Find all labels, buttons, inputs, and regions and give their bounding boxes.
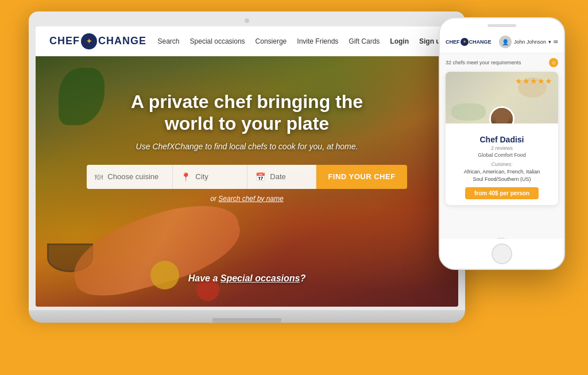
chef-card-header: ★★★★★ xyxy=(446,72,558,123)
laptop-base xyxy=(29,310,465,323)
special-occasions-text: Have a Special occasions? xyxy=(188,273,306,284)
logo-icon: ✦ xyxy=(81,33,97,49)
chef-head xyxy=(496,114,509,124)
chef-name: Chef Dadisi xyxy=(451,135,552,144)
chef-stars: ★★★★★ xyxy=(515,76,552,86)
cuisine-icon: 🍽 xyxy=(95,172,103,181)
laptop-screen: CHEF ✦ CHANGE Search Special occasions C… xyxy=(36,26,458,307)
hero-section: A private chef bringing the world to you… xyxy=(36,56,458,307)
chef-card[interactable]: ★★★★★ 👨‍🍳 Chef Dadisi 2 reviews Global C… xyxy=(446,72,558,205)
nav-login[interactable]: Login xyxy=(390,37,409,45)
nav-invite[interactable]: Invite Friends xyxy=(297,37,338,45)
chef-face xyxy=(491,108,513,123)
chef-reviews: 2 reviews xyxy=(451,145,552,151)
laptop: CHEF ✦ CHANGE Search Special occasions C… xyxy=(29,11,465,350)
chef-specialty: Global Comfort Food xyxy=(451,152,552,158)
filter-icon[interactable]: ⊙ xyxy=(549,58,558,67)
special-occasions-link[interactable]: Special occasions xyxy=(220,273,300,283)
phone-results-bar: 32 chefs meet your requirements ⊙ xyxy=(446,58,558,67)
phone-user-info: 👤 John Johnson ▾ ✉ xyxy=(499,36,558,48)
search-by-name-link[interactable]: or Search chef by name xyxy=(210,195,283,203)
chef-price-button[interactable]: from 40$ per person xyxy=(465,187,539,199)
nav-consierge[interactable]: Consierge xyxy=(256,37,287,45)
results-text: 32 chefs meet your requirements xyxy=(446,60,521,65)
logo: CHEF ✦ CHANGE xyxy=(49,33,146,49)
location-icon: 📍 xyxy=(181,172,191,181)
chef-avatar xyxy=(489,106,514,123)
phone-avatar: 👤 xyxy=(499,36,512,48)
navbar: CHEF ✦ CHANGE Search Special occasions C… xyxy=(36,26,458,56)
hero-subtitle: Use ChefXChange to find local chefs to c… xyxy=(131,142,363,151)
hero-text: A private chef bringing the world to you… xyxy=(131,91,363,165)
date-input[interactable]: 📅 Date xyxy=(247,165,316,189)
phone-logo-icon: ✦ xyxy=(461,38,469,46)
phone-speaker xyxy=(488,24,516,27)
scene: CHEF ✦ CHANGE Search Special occasions C… xyxy=(0,0,588,375)
phone-logo-text2: CHANGE xyxy=(469,39,492,45)
find-chef-button[interactable]: FIND YOUR CHEF xyxy=(316,165,407,189)
nav-special[interactable]: Special occasions xyxy=(190,37,245,45)
city-placeholder: City xyxy=(195,172,208,181)
phone-username: John Johnson xyxy=(514,39,546,45)
food-detail2 xyxy=(451,103,486,121)
logo-text2: CHANGE xyxy=(98,35,146,47)
herb-decoration xyxy=(59,68,105,125)
laptop-camera xyxy=(245,18,249,23)
cuisines-label: Cuisines: xyxy=(451,161,552,167)
cuisine-input[interactable]: 🍽 Choose cuisine xyxy=(87,165,173,189)
hero-title: A private chef bringing the world to you… xyxy=(131,91,363,135)
search-name-text: Search chef by name xyxy=(218,195,283,203)
tomato1-decoration xyxy=(150,261,179,289)
chef-card-body: 👨‍🍳 Chef Dadisi 2 reviews Global Comfort… xyxy=(446,123,558,205)
chef-cuisines: African, American, French, ItalianSoul F… xyxy=(451,168,552,183)
phone-home-button[interactable] xyxy=(492,243,512,264)
nav-search[interactable]: Search xyxy=(158,37,180,45)
date-placeholder: Date xyxy=(270,172,285,181)
laptop-outer: CHEF ✦ CHANGE Search Special occasions C… xyxy=(29,11,465,310)
salmon-decoration xyxy=(64,194,249,305)
chef-card-image: ★★★★★ xyxy=(446,72,558,123)
phone-navbar: CHEF ✦ CHANGE 👤 John Johnson ▾ ✉ xyxy=(440,31,564,53)
phone-logo-text1: CHEF xyxy=(446,39,460,45)
logo-text1: CHEF xyxy=(49,35,80,47)
phone-dropdown-icon: ▾ xyxy=(548,39,551,45)
phone-logo: CHEF ✦ CHANGE xyxy=(446,38,492,46)
cuisine-placeholder: Choose cuisine xyxy=(107,172,158,181)
phone-content: 32 chefs meet your requirements ⊙ xyxy=(440,53,564,210)
calendar-icon: 📅 xyxy=(256,172,265,181)
nav-giftcards[interactable]: Gift Cards xyxy=(349,37,380,45)
phone-message-icon[interactable]: ✉ xyxy=(554,39,558,45)
city-input[interactable]: 📍 City xyxy=(173,165,247,189)
search-bar: 🍽 Choose cuisine 📍 City 📅 Date FIND YOUR… xyxy=(87,165,407,189)
phone: CHEF ✦ CHANGE 👤 John Johnson ▾ ✉ 32 chef… xyxy=(439,17,565,270)
phone-screen: CHEF ✦ CHANGE 👤 John Johnson ▾ ✉ 32 chef… xyxy=(440,31,564,239)
avatar-icon: 👤 xyxy=(502,39,509,45)
nav-links: Search Special occasions Consierge Invit… xyxy=(158,37,445,45)
